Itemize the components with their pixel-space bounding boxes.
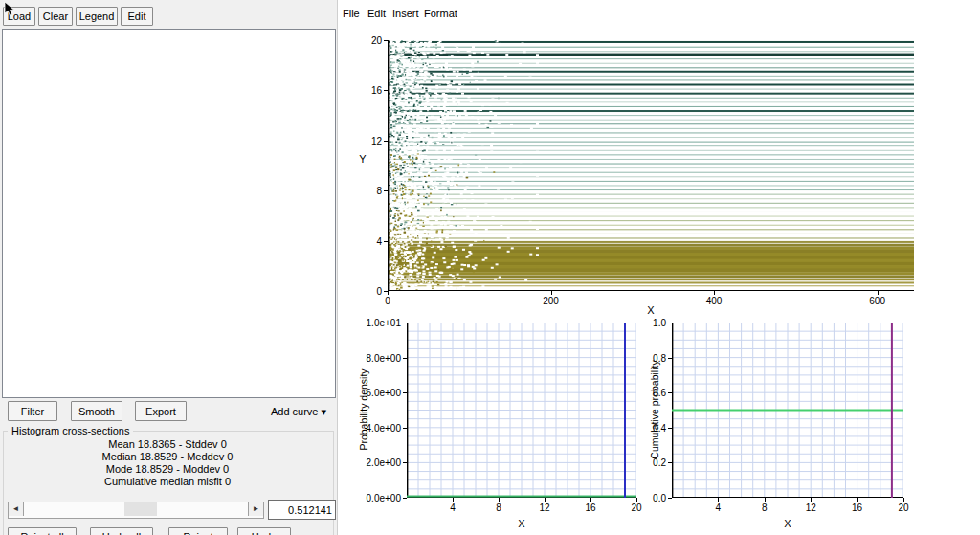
edit-button[interactable]: Edit (121, 7, 153, 26)
caret-down-icon: ▾ (322, 406, 327, 418)
cdf-plot-xlabel: X (778, 518, 797, 529)
misfit-value-input[interactable] (268, 500, 336, 520)
curve-list[interactable] (2, 29, 336, 398)
add-curve-button[interactable]: Add curve ▾ (267, 402, 330, 421)
main-plot-ylabel: Y (357, 153, 368, 165)
cdf-plot-ylabel: Cumulative probability (649, 343, 660, 477)
misfit-stat: Cumulative median misfit 0 (3, 476, 332, 487)
smooth-button[interactable]: Smooth (71, 401, 122, 421)
scrollbar-track[interactable] (24, 502, 248, 518)
median-stat: Median 18.8529 - Meddev 0 (3, 451, 332, 462)
menu-file[interactable]: File (340, 7, 363, 20)
menu-edit[interactable]: Edit (365, 7, 389, 20)
undo-all-button[interactable]: Undo all (90, 527, 153, 535)
reject-all-button[interactable]: Reject all (8, 527, 77, 535)
menu-format[interactable]: Format (421, 7, 460, 20)
pdf-plot-ylabel: Probability density (358, 343, 369, 477)
mean-stat: Mean 18.8365 - Stddev 0 (3, 438, 332, 450)
undo-button[interactable]: Undo (237, 527, 291, 535)
application-window: File Edit Insert Format 0200400600201612… (0, 0, 980, 535)
scrollbar-thumb[interactable] (124, 502, 157, 516)
scroll-left-arrow-icon[interactable]: ◄ (9, 502, 24, 516)
mouse-cursor-icon (4, 1, 15, 18)
menu-insert[interactable]: Insert (390, 7, 422, 20)
cross-section-scrollbar[interactable]: ◄ ► (8, 502, 264, 519)
clear-button[interactable]: Clear (38, 7, 73, 26)
histogram-group-title: Histogram cross-sections (8, 425, 133, 436)
legend-button[interactable]: Legend (76, 7, 118, 26)
reject-button[interactable]: Reject (168, 527, 228, 535)
export-button[interactable]: Export (135, 401, 187, 421)
pdf-plot-xlabel: X (512, 518, 531, 529)
filter-button[interactable]: Filter (8, 401, 57, 421)
mode-stat: Mode 18.8529 - Moddev 0 (3, 463, 332, 475)
add-curve-label: Add curve (271, 406, 319, 417)
main-plot-xlabel: X (641, 304, 660, 316)
scroll-right-arrow-icon[interactable]: ► (248, 502, 263, 516)
